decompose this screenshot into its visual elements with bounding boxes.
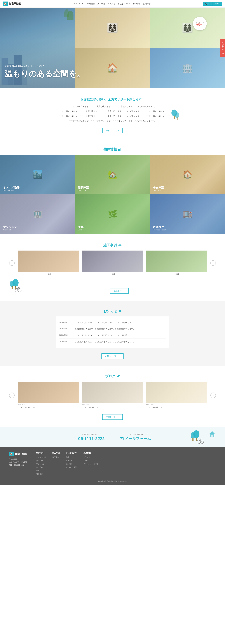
bukken-cell-newhouse[interactable]: 🏡 新築戸建 New House	[75, 155, 150, 194]
news-date-2: 2020/01/02	[59, 328, 72, 330]
pencil-icon	[117, 375, 120, 378]
hero-side-button[interactable]: モデルハウス公開中！→	[220, 39, 225, 57]
svg-marker-22	[209, 431, 215, 434]
footer-nav-item[interactable]: マンション	[36, 462, 46, 466]
kouji-item-2: ○○棟部	[82, 250, 143, 275]
cta-tel-number[interactable]: 06-1111-2222	[74, 436, 105, 441]
blog-text-2: ここに文章が入ります。	[82, 406, 143, 409]
header-contacts: 📞 TEL ✉ MAI	[203, 2, 222, 6]
hero-cell-bottom-right: 🏢	[150, 48, 225, 88]
cta-house-svg	[208, 430, 216, 438]
about-p4: ここに文章が入ります。ここに文章が入ります。ここに文章が入ります。ここに文章が入…	[56, 119, 169, 123]
house-cart-icon	[118, 148, 122, 151]
kouji-thumb-2	[82, 250, 143, 272]
nav-kouji[interactable]: 施工事例	[98, 2, 105, 5]
footer-nav-col-title-bukken: 物件情報	[36, 452, 46, 454]
blog-item-2: 2020/01/02 ここに文章が入ります。	[82, 382, 143, 409]
bukken-grid: 🏙️ オススメ物件 Recommended 🏡 新築戸建 New House 🏠…	[0, 155, 225, 234]
news-list: 2020/01/02 ここに文章が入ります。ここに文章が入ります。ここに文章が入…	[56, 316, 169, 348]
oshirase-section: お知らせ 2020/01/02 ここに文章が入ります。ここに文章が入ります。ここ…	[0, 301, 225, 366]
footer-nav-item[interactable]: よくあるご質問	[66, 466, 78, 469]
footer-nav-item[interactable]: 土地	[36, 469, 46, 472]
footer-nav-col-title-company: 当社について	[66, 452, 78, 454]
hero-badge[interactable]: モデルハウス 公開中！	[193, 17, 207, 30]
svg-rect-1	[174, 116, 175, 119]
blog-thumb-1	[18, 382, 79, 403]
blog-section-title: ブログ	[9, 374, 216, 378]
nav-kaisha[interactable]: 会社案内	[108, 2, 115, 5]
footer-nav-cols: 物件情報 オススメ物件 新築戸建 マンション 中古戸建 土地 収益物件 施工事例…	[36, 452, 216, 476]
bukken-cell-profitable[interactable]: 🏬 収益物件 Profitable property	[150, 194, 225, 234]
blog-button[interactable]: ブログ一覧へ >	[102, 414, 122, 420]
kouji-next-button[interactable]: ›	[210, 260, 216, 266]
oshirase-button[interactable]: お知らせ一覧へ >	[102, 354, 124, 359]
kouji-button[interactable]: 施工事例へ >	[110, 288, 128, 294]
mail-button[interactable]: ✉ MAI	[213, 2, 222, 6]
footer-nav-item[interactable]: 収益物件	[36, 472, 46, 476]
bukken-cell-recommended[interactable]: 🏙️ オススメ物件 Recommended	[0, 155, 75, 194]
footer-nav-item[interactable]: ブログ	[84, 459, 100, 462]
bukken-label-recommended: オススメ物件 Recommended	[3, 186, 20, 191]
blog-items: 2020/01/02 ここに文章が入ります。 2020/01/02 ここに文章が…	[18, 382, 207, 409]
about-button[interactable]: 当社について >	[102, 128, 122, 133]
tel-button[interactable]: 📞 TEL	[203, 2, 213, 6]
oshirase-btn-center: お知らせ一覧へ >	[56, 351, 169, 359]
svg-rect-5	[119, 244, 121, 246]
bukken-label-newhouse: 新築戸建 New House	[78, 186, 89, 191]
footer-nav-list-news: お知らせ ブログ プライバシーポリシー	[84, 456, 100, 466]
bukken-label-profitable: 収益物件 Profitable property	[153, 225, 167, 231]
bukken-cell-mansion[interactable]: 🏢 マンション Apartment	[0, 194, 75, 234]
news-text-1: ここに文章が入ります。ここに文章が入ります。ここに文章が入ります。	[74, 321, 135, 324]
blog-text-1: ここに文章が入ります。	[18, 406, 79, 409]
kouji-prev-button[interactable]: ‹	[9, 260, 14, 266]
footer-nav-col-title-news: 最新情報	[84, 452, 100, 454]
nav-faq[interactable]: よくあるご質問	[118, 2, 130, 5]
footer-copyright: Copyright © Gosiki Inc. All rights reser…	[9, 479, 216, 484]
news-item-2: 2020/01/02 ここに文章が入ります。ここに文章が入ります。ここに文章が入…	[59, 326, 166, 332]
footer-nav-item[interactable]: 施工事例	[52, 456, 60, 459]
blog-btn-center: ブログ一覧へ >	[9, 412, 216, 420]
kouji-thumb-3	[146, 250, 207, 272]
bell-icon	[118, 309, 122, 313]
cta-mail-link[interactable]: メールフォーム	[120, 436, 151, 441]
footer-nav-item[interactable]: 採用情報	[66, 462, 78, 466]
nav-about[interactable]: 当社について	[74, 2, 85, 5]
nav-saiyou[interactable]: 採用情報	[133, 2, 140, 5]
cta-mail-item: メールでのお問合せ メールフォーム	[120, 433, 151, 441]
about-section: お客様に寄り添い、全力でサポート致します！ ここに文章が入ります。ここに文章が入…	[0, 88, 225, 142]
footer-nav-item[interactable]: 当社について	[66, 456, 78, 459]
blog-next-button[interactable]: ›	[210, 392, 216, 398]
kouji-section-title: 施工事例	[9, 243, 216, 248]
badge-small-text: モデルハウス	[196, 21, 204, 23]
bukken-section-title: 物件情報	[0, 147, 225, 152]
kouji-label-2: ○○棟部	[82, 273, 143, 275]
footer-nav-item[interactable]: 中古戸建	[36, 466, 46, 469]
footer-nav-list-kouji: 施工事例	[52, 456, 60, 459]
hero-text-overlay: NUKUMORINO ARU KUKANWO 温もりのある空間を。	[4, 65, 84, 79]
phone-icon	[74, 437, 77, 440]
about-p3: ここに文章が入ります。ここに文章が入ります。ここに文章が入ります。ここに文章が入…	[56, 114, 169, 118]
bukken-section: 物件情報 🏙️ オススメ物件 Recommended 🏡 新築戸建 New Ho…	[0, 142, 225, 235]
footer-nav-item[interactable]: 会社案内	[66, 459, 78, 462]
footer-nav-col-kouji: 施工事例 施工事例	[52, 452, 60, 476]
header-logo[interactable]: 🏠 住宅不動産	[3, 2, 21, 6]
kouji-label-3: ○○棟部	[146, 273, 207, 275]
blog-date-2: 2020/01/02	[82, 404, 143, 406]
bukken-cell-land[interactable]: 🌿 土地 Land	[75, 194, 150, 234]
footer-nav-item[interactable]: 新築戸建	[36, 459, 46, 462]
nav-contact[interactable]: お問合せ	[143, 2, 150, 5]
blog-prev-button[interactable]: ‹	[9, 392, 14, 398]
news-item-1: 2020/01/02 ここに文章が入ります。ここに文章が入ります。ここに文章が入…	[59, 320, 166, 326]
kouji-title-text: 施工事例	[103, 243, 117, 248]
footer-nav-item[interactable]: お知らせ	[84, 456, 100, 459]
nav-bukken[interactable]: 物件情報	[88, 2, 95, 5]
footer: 🏠 住宅不動産 〒111,222 大阪府大阪市○○区123-3 TEL：06-1…	[0, 447, 225, 485]
footer-main: 🏠 住宅不動産 〒111,222 大阪府大阪市○○区123-3 TEL：06-1…	[9, 452, 216, 476]
footer-nav-item[interactable]: オススメ物件	[36, 456, 46, 459]
bukken-cell-oldhouse[interactable]: 🏠 中古戸建 Olde House	[150, 155, 225, 194]
cta-tel-label: お電話でのお問合せ	[74, 433, 105, 436]
footer-nav-item[interactable]: プライバシーポリシー	[84, 462, 100, 466]
about-tree-decoration	[170, 108, 181, 122]
svg-rect-18	[196, 438, 197, 441]
hero-cell-top-right: 👨‍👩‍👦	[150, 8, 225, 48]
